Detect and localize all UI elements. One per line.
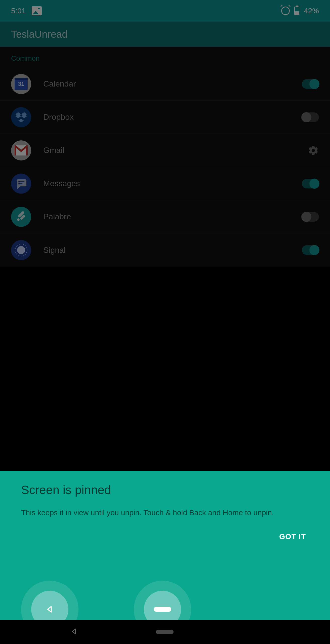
demo-back-button: [31, 591, 68, 620]
pin-dialog: Screen is pinned This keeps it in view u…: [0, 471, 330, 620]
got-it-button[interactable]: GOT IT: [279, 532, 306, 541]
pin-dialog-title: Screen is pinned: [21, 483, 309, 497]
demo-nav-buttons: [21, 581, 191, 620]
pin-dialog-body: This keeps it in view until you unpin. T…: [21, 507, 309, 518]
demo-back-button-halo: [21, 581, 78, 620]
demo-home-button-halo: [134, 581, 191, 620]
back-triangle-icon: [46, 605, 54, 614]
home-pill-icon: [154, 607, 171, 612]
demo-home-button: [144, 591, 181, 620]
